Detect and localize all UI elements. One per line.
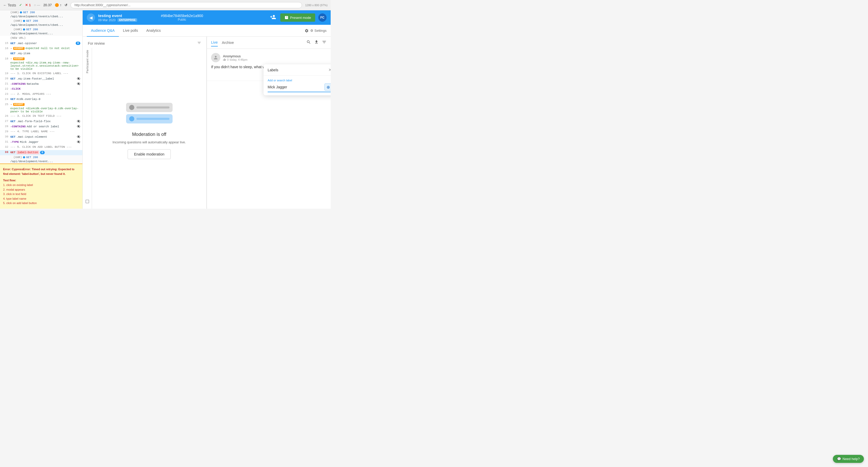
- participant-mode-sidebar: Participant mode: [83, 48, 92, 209]
- line-content: GET .eq-item: [10, 52, 80, 55]
- label-add-button[interactable]: ⊕: [324, 84, 331, 91]
- label-input-row: ⊕: [268, 84, 331, 92]
- add-user-button[interactable]: [269, 13, 277, 23]
- filter-icon[interactable]: [197, 41, 201, 46]
- eye-slash-icon: 👁‍🗨: [77, 120, 80, 123]
- error-step-1: 1. click on existing label: [3, 183, 79, 188]
- url-bar[interactable]: http://localhost:3000/__cypress/runner/.…: [70, 2, 302, 8]
- search-icon[interactable]: [306, 40, 311, 45]
- line-row: 15 GET .mat-spinner 0: [0, 41, 83, 46]
- xhr-method: GET 200: [26, 156, 38, 159]
- xhr-label: (XHR): [10, 11, 19, 14]
- browser-bar: ← Tests ✓ ✕ 1 ○ — 20.37 🟠 ↑ ↺ http://loc…: [0, 0, 331, 10]
- xhr-label: (XHR): [13, 19, 22, 23]
- selector: .eq-item-footer__label: [17, 77, 54, 80]
- back-icon: ◀: [89, 15, 92, 20]
- qa-panel: Live Archive: [207, 37, 331, 209]
- line-content: -CLICK: [10, 87, 80, 90]
- content-area: For review Participant mode: [83, 37, 331, 209]
- user-name: Anonymous: [223, 54, 327, 58]
- line-content: -CONTAINS Natasha 👁‍🗨: [10, 82, 80, 86]
- xhr-url: /api/development/event...: [10, 160, 53, 163]
- content-inner: Participant mode: [83, 48, 207, 209]
- line-num: 18: [2, 57, 8, 60]
- line-num: 24: [2, 98, 8, 101]
- label-button-selector: label-button: [17, 151, 39, 154]
- xhr-method: GET 200: [23, 11, 35, 14]
- event-meta: 09 Mar 2020 ENTERPRISE: [98, 18, 158, 22]
- user-info: Anonymous 0 today, 4:46pm: [223, 54, 327, 61]
- line-content: GET .mat-spinner 0: [10, 41, 80, 45]
- event-id: #984be78465beb2e1a900: [161, 14, 203, 18]
- label-search-input[interactable]: [268, 85, 324, 89]
- illus-line: [136, 106, 169, 108]
- tab-analytics-label: Analytics: [146, 28, 161, 33]
- settings-label: ⚙ Settings: [310, 29, 327, 33]
- illus-line-blue: [136, 118, 169, 120]
- line-row: 29 --- 4. TYPE LABEL NAME ---: [0, 129, 83, 134]
- tab-archive[interactable]: Archive: [222, 39, 234, 46]
- line-row: 26 --- 3. CLICK IN TEXT FIELD ---: [0, 114, 83, 119]
- present-mode-label: Present mode: [290, 16, 311, 20]
- line-content: --- 2. MODAL APPEARS ---: [10, 92, 80, 96]
- eye-slash-icon: 👁‍🗨: [77, 135, 80, 138]
- tab-audience-qa[interactable]: Audience Q&A: [87, 25, 119, 37]
- line-content: --- 3. CLICK IN TEXT FIELD ---: [10, 115, 80, 118]
- error-title: Error: CypressError: Timed out retrying:…: [3, 167, 79, 176]
- test-lines: (XHR) GET 200 /api/development/events/cb…: [0, 10, 83, 163]
- error-step-2: 2. modal appears: [3, 188, 79, 192]
- line-33-row: 33 GET label-button 0: [0, 150, 83, 155]
- close-modal-button[interactable]: ✕: [328, 67, 331, 72]
- tab-audience-qa-label: Audience Q&A: [91, 28, 115, 33]
- like-count: 0: [227, 58, 228, 61]
- line-num: 28: [2, 125, 8, 128]
- present-mode-button[interactable]: Present mode: [280, 13, 315, 22]
- reload-icon[interactable]: ↺: [65, 3, 67, 7]
- labels-hint: Add or search label: [268, 79, 331, 82]
- line-num: 29: [2, 130, 8, 133]
- timer: 20.37: [43, 3, 52, 7]
- test-panel: (XHR) GET 200 /api/development/events/cb…: [0, 10, 83, 209]
- enable-moderation-button[interactable]: Enable moderation: [128, 149, 171, 159]
- line-row: (XHR) GET 200 /api/development/event...: [0, 155, 83, 163]
- selector: .mat-input-element: [17, 135, 47, 138]
- tab-archive-label: Archive: [222, 40, 234, 45]
- enterprise-badge: ENTERPRISE: [118, 18, 137, 22]
- eye-slash-icon: 👁‍🗨: [77, 125, 80, 128]
- cmd-get: GET: [10, 52, 16, 55]
- selector: .eq-item: [17, 52, 30, 55]
- line-content: -TYPE Mick Jagger 👁‍🗨: [10, 140, 80, 144]
- xhr-label: (XHR): [13, 156, 22, 159]
- labels-title: Labels: [268, 68, 278, 72]
- line-num: 23: [2, 92, 8, 96]
- back-to-tests[interactable]: ← Tests: [3, 3, 16, 7]
- error-step-5: 5. click on add label button: [3, 201, 79, 206]
- filter-icon[interactable]: [322, 40, 327, 45]
- xhr-url: /api/development/event...: [10, 32, 53, 35]
- event-info: testing event 09 Mar 2020 ENTERPRISE: [98, 13, 158, 22]
- line-row: 27 GET .mat-form-field-flex 👁‍🗨: [0, 119, 83, 124]
- line-content: GET .mat-input-element 👁‍🗨: [10, 135, 80, 138]
- xhr-label: (XHR): [13, 28, 22, 31]
- user-meta: 0 today, 4:46pm: [223, 58, 327, 61]
- line-row: (XHR) GET 200 /api/development/events/cb…: [0, 19, 83, 27]
- line-content: (XHR) GET 200 /api/development/event...: [10, 28, 80, 35]
- error-panel: Error: CypressError: Timed out retrying:…: [0, 163, 83, 209]
- labels-search: Add or search label ⊕: [264, 76, 331, 95]
- app-panel: ◀ testing event 09 Mar 2020 ENTERPRISE #…: [83, 10, 331, 209]
- line-content: --- 4. TYPE LABEL NAME ---: [10, 130, 80, 133]
- line-content: GET label-button 0: [10, 151, 80, 154]
- line-row: (XHR) GET 200 /api/development/event...: [0, 27, 83, 36]
- settings-nav[interactable]: ⚙ Settings: [305, 29, 327, 33]
- event-date: 09 Mar 2020: [98, 18, 116, 22]
- tab-live[interactable]: Live: [211, 39, 218, 46]
- download-icon[interactable]: [314, 40, 319, 45]
- back-button[interactable]: ◀: [87, 13, 95, 22]
- question-header: Anonymous 0 today, 4:46pm: [211, 53, 327, 62]
- tab-analytics[interactable]: Analytics: [142, 25, 165, 37]
- line-content: - ASSERT expected <div#cdk-overlay-0.cdk…: [10, 103, 80, 113]
- line-num: 32: [2, 146, 8, 149]
- tab-live-polls[interactable]: Live polls: [119, 25, 142, 37]
- line-row: 16 - ASSERT expected null to not exist: [0, 46, 83, 52]
- line-row: 19 --- 1. CLICK ON EXISTING LABEL ---: [0, 71, 83, 76]
